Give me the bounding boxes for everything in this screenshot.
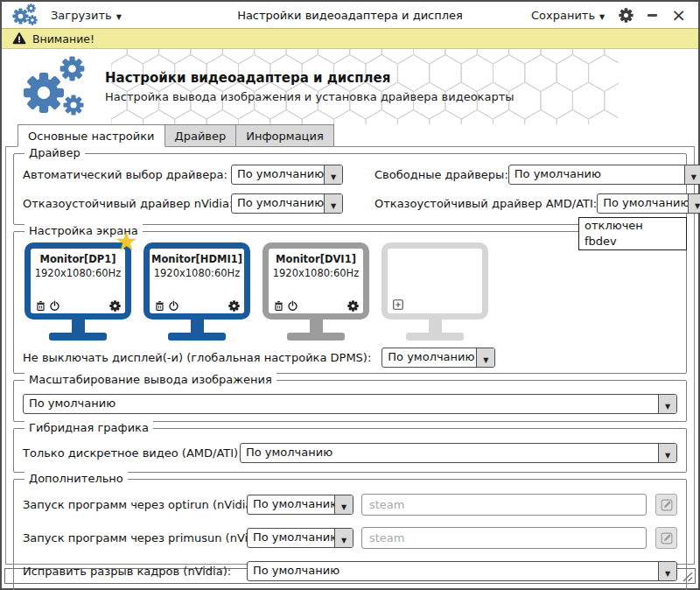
primusrun-program-input[interactable] <box>361 527 647 549</box>
free-drivers-label: Свободные драйверы: <box>374 168 508 181</box>
monitor-mode: 1920x1080:60Hz <box>150 267 244 279</box>
warning-triangle-icon <box>12 32 26 46</box>
monitor-card-empty[interactable] <box>382 242 488 341</box>
group-extra: Дополнительно Запуск программ через opti… <box>13 479 687 590</box>
save-button-label: Сохранить <box>531 9 595 22</box>
discrete-video-label: Только дискретное видео (AMD/ATI): <box>23 446 240 460</box>
failsafe-amd-label: Отказоустойчивый драйвер AMD/ATI: <box>374 197 597 210</box>
primary-star-icon <box>115 228 138 255</box>
app-window: Загрузить Настройки видеоадаптера и дисп… <box>0 0 700 590</box>
close-button[interactable] <box>671 9 686 21</box>
group-driver: Драйвер Автоматический выбор драйвера: П… <box>13 153 687 225</box>
chevron-down-icon <box>331 166 336 183</box>
group-driver-legend: Драйвер <box>24 146 85 159</box>
page-header: Настройки видеоадаптера и дисплея Настро… <box>2 49 698 124</box>
optirun-select[interactable]: По умолчанию <box>247 495 354 515</box>
power-monitor-icon[interactable] <box>49 300 60 312</box>
power-monitor-icon[interactable] <box>287 300 298 312</box>
monitor-card-hdmi1[interactable]: Monitor[HDMI1] 1920x1080:60Hz <box>144 242 250 341</box>
auto-driver-label: Автоматический выбор драйвера: <box>23 168 231 181</box>
page-subtitle: Настройка вывода изображения и установка… <box>105 90 514 103</box>
add-monitor-icon[interactable] <box>392 298 404 310</box>
load-button-label: Загрузить <box>51 9 112 22</box>
group-scaling-legend: Масштабирование вывода изображения <box>24 373 276 386</box>
chevron-down-icon <box>599 9 605 22</box>
save-dropdown-button[interactable]: Сохранить <box>531 9 605 22</box>
group-scaling: Масштабирование вывода изображения По ум… <box>13 380 687 422</box>
settings-gear-icon[interactable] <box>619 8 634 23</box>
scaling-select[interactable]: По умолчанию <box>23 394 677 414</box>
chevron-down-icon <box>665 396 670 412</box>
monitor-settings-icon[interactable] <box>228 300 240 312</box>
delete-monitor-icon[interactable] <box>35 300 46 312</box>
chevron-down-icon <box>691 166 696 183</box>
chevron-down-icon <box>665 445 670 461</box>
delete-monitor-icon[interactable] <box>273 300 284 312</box>
primusrun-edit-button[interactable] <box>655 527 677 549</box>
chevron-down-icon <box>695 195 700 212</box>
dropdown-option[interactable]: отключен <box>579 218 686 234</box>
tab-information[interactable]: Информация <box>235 124 333 147</box>
primusrun-label: Запуск программ через primusun (nVidia): <box>23 531 247 544</box>
optirun-label: Запуск программ через optirun (nVidia): <box>23 498 247 511</box>
tab-main-settings[interactable]: Основные настройки <box>18 124 165 147</box>
auto-driver-select[interactable]: По умолчанию <box>231 165 343 185</box>
warning-banner: Внимание! <box>2 28 698 49</box>
failsafe-nvidia-label: Отказоустойчивый драйвер nVidia: <box>23 197 231 210</box>
warning-text: Внимание! <box>32 32 94 46</box>
monitor-card-dp1[interactable]: Monitor[DP1] 1920x1080:60Hz <box>24 242 131 341</box>
page-title: Настройки видеоадаптера и дисплея <box>105 70 390 86</box>
failsafe-amd-select[interactable]: По умолчанию <box>597 193 700 214</box>
monitor-settings-icon[interactable] <box>347 300 359 312</box>
monitor-mode: 1920x1080:60Hz <box>31 267 125 279</box>
primusrun-select[interactable]: По умолчанию <box>247 528 354 548</box>
discrete-video-select[interactable]: По умолчанию <box>240 443 677 463</box>
header-gears-logo-icon <box>23 54 96 119</box>
chevron-down-icon <box>341 496 346 513</box>
group-extra-legend: Дополнительно <box>24 472 128 485</box>
chevron-down-icon <box>665 563 670 579</box>
chevron-down-icon <box>341 530 346 546</box>
app-logo-gears-icon <box>12 4 38 26</box>
tab-bar: Основные настройки Драйвер Информация <box>2 124 698 147</box>
monitor-card-dvi1[interactable]: Monitor[DVI1] 1920x1080:60Hz <box>262 242 369 341</box>
dpms-select[interactable]: По умолчанию <box>382 348 495 368</box>
chevron-down-icon <box>483 349 488 366</box>
group-screen: Настройка экрана Monitor[DP1] 1920x1080:… <box>13 231 687 374</box>
group-hybrid-legend: Гибридная графика <box>24 421 153 434</box>
hexagon-pattern <box>111 49 619 124</box>
minimize-button[interactable] <box>648 14 657 17</box>
tab-page: Драйвер Автоматический выбор драйвера: П… <box>5 146 695 565</box>
title-bar: Загрузить Настройки видеоадаптера и дисп… <box>2 2 698 28</box>
free-drivers-select[interactable]: По умолчанию <box>508 165 700 185</box>
tearing-select[interactable]: По умолчанию <box>247 561 677 581</box>
power-monitor-icon[interactable] <box>168 300 179 312</box>
pencil-icon <box>660 498 674 512</box>
monitor-mode: 1920x1080:60Hz <box>269 267 363 279</box>
delete-monitor-icon[interactable] <box>154 300 165 312</box>
tearing-label: Исправить разрыв кадров (nVidia): <box>23 565 247 578</box>
pencil-icon <box>660 531 674 545</box>
dpms-label: Не выключать дисплей(-и) (глобальная нас… <box>23 351 371 364</box>
chevron-down-icon <box>331 195 336 212</box>
load-dropdown-button[interactable]: Загрузить <box>51 9 122 22</box>
monitor-name: Monitor[DP1] <box>31 253 125 265</box>
chevron-down-icon <box>116 9 122 22</box>
group-hybrid: Гибридная графика Только дискретное виде… <box>13 428 687 473</box>
monitor-name: Monitor[HDMI1] <box>150 253 244 265</box>
monitor-settings-icon[interactable] <box>109 300 121 312</box>
dropdown-option[interactable]: fbdev <box>579 234 686 249</box>
optirun-program-input[interactable] <box>361 494 647 516</box>
failsafe-nvidia-select[interactable]: По умолчанию <box>231 193 343 214</box>
optirun-edit-button[interactable] <box>655 494 677 516</box>
monitor-name: Monitor[DVI1] <box>269 253 363 265</box>
failsafe-amd-dropdown-list: отключен fbdev <box>578 217 687 250</box>
tab-driver[interactable]: Драйвер <box>164 124 237 147</box>
